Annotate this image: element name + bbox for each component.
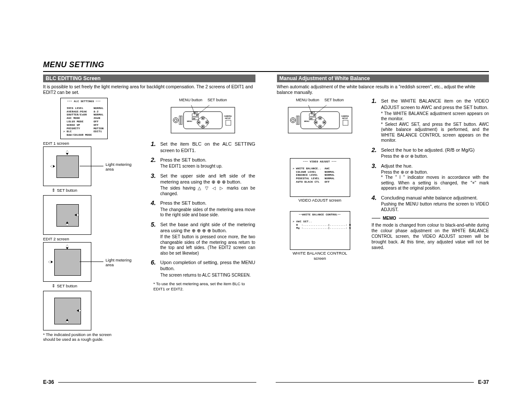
page-title: MENU SETTING — [43, 60, 489, 69]
light-metering-callout: Light metering area — [106, 162, 136, 171]
right-column: Manual Adjustment of White Balance When … — [277, 75, 489, 342]
svg-text:MENU: MENU — [304, 120, 309, 122]
step-item: Set the WHITE BALANCE item on the VIDEO … — [372, 98, 489, 143]
set-button-indicator-2: ⇕ SET button — [52, 283, 146, 288]
svg-marker-15 — [198, 121, 199, 123]
svg-marker-13 — [202, 117, 204, 119]
step-item: Set the upper side and left side of the … — [151, 173, 255, 197]
svg-line-51 — [314, 105, 327, 115]
wb-control-caption: WHITE BALANCE CONTROL screen — [290, 251, 350, 261]
step-item: Set the item BLC on the ALC SETTING scre… — [151, 141, 255, 153]
light-metering-callout-2: Light metering area — [106, 258, 136, 267]
edit1-label: EDIT 1 screen — [43, 141, 146, 146]
svg-rect-45 — [296, 116, 298, 125]
page-number-right: E-37 — [478, 379, 489, 385]
section-heading-wb: Manual Adjustment of White Balance — [277, 75, 489, 82]
step-item: Press the SET button.The EDIT1 screen is… — [151, 157, 255, 169]
step-item: Adjust the hue.Press the ⊕ or ⊕ button.*… — [372, 163, 489, 191]
intro-text-right: When automatic adjustment of the white b… — [277, 84, 489, 95]
svg-marker-40 — [319, 126, 321, 128]
manual-page: MENU SETTING BLC EDITTING Screen It is p… — [0, 0, 532, 411]
svg-marker-42 — [324, 121, 325, 123]
svg-marker-41 — [315, 121, 317, 123]
right-steps: Set the WHITE BALANCE item on the VIDEO … — [372, 98, 489, 212]
menu-button-label: MENU button — [296, 98, 319, 102]
camera-control-panel-right: SET AW MENU — [288, 103, 352, 137]
left-column: BLC EDITTING Screen It is possible to se… — [43, 75, 255, 342]
step-item: Press the SET button.The changeable side… — [151, 200, 255, 218]
video-adjust-caption: VIDEO ADJUST screen — [290, 198, 350, 202]
svg-point-44 — [292, 119, 294, 121]
step-item: Upon completion of setting, press the ME… — [151, 259, 255, 278]
svg-line-25 — [197, 105, 209, 115]
rough-guide-note: * The indicated position on the screen s… — [43, 332, 121, 342]
wb-control-screen: −−WHITE BALANCE CONTROL−− > AWC SET.. R … — [290, 211, 350, 250]
edit1-diagram-a — [43, 146, 91, 186]
step-item: Concluding manual white balance adjustme… — [372, 195, 489, 212]
edit2-diagram-a — [43, 242, 91, 282]
updown-arrow-icon: ⇕ — [52, 188, 55, 193]
svg-rect-46 — [298, 116, 299, 125]
camera-control-panel: SET AW MENU — [171, 103, 235, 137]
edit2-label: EDIT 2 screen — [43, 237, 146, 241]
page-number-left: E-36 — [43, 379, 54, 385]
alc-settings-screen: −−− ALC SETTINGS −−− IRIS LEVEL NORMAL A… — [60, 98, 108, 139]
svg-text:AW: AW — [193, 118, 196, 120]
title-rule — [43, 71, 489, 72]
svg-marker-39 — [319, 117, 321, 119]
updown-arrow-icon: ⇕ — [52, 283, 55, 288]
svg-rect-19 — [179, 116, 180, 125]
svg-text:SETUP: SETUP — [342, 117, 348, 119]
memo-heading: MEMO — [372, 216, 489, 221]
memo-body: If the mode is changed from colour to bl… — [372, 222, 489, 250]
svg-marker-16 — [206, 121, 208, 123]
svg-point-43 — [290, 118, 296, 123]
svg-point-17 — [173, 118, 178, 123]
step-item: Set the base and right side of the meter… — [151, 221, 255, 256]
step-item: Select the hue to be adjusted. (R/B or M… — [372, 147, 489, 159]
set-button-label: SET button — [324, 98, 344, 102]
svg-text:SETUP: SETUP — [225, 117, 231, 119]
svg-rect-20 — [181, 116, 182, 125]
svg-point-18 — [174, 119, 177, 121]
set-button-label: SET button — [208, 98, 227, 102]
left-steps: Set the item BLC on the ALC SETTING scre… — [151, 141, 255, 278]
svg-rect-49 — [343, 120, 348, 125]
svg-marker-14 — [202, 126, 204, 128]
section-heading-blc: BLC EDITTING Screen — [43, 75, 255, 82]
edit2-diagram-b — [43, 291, 91, 330]
svg-text:MENU: MENU — [187, 120, 192, 122]
svg-text:AW: AW — [310, 118, 313, 120]
intro-text: It is possible to set freely the light m… — [43, 84, 255, 95]
menu-button-label: MENU button — [179, 98, 202, 102]
svg-rect-23 — [226, 120, 231, 125]
video-adjust-screen: −−− VIDEO ADJUST −−− > WHITE BALANCE.. A… — [290, 158, 350, 197]
set-button-indicator-1: ⇕ SET button — [52, 188, 146, 193]
edit1-diagram-b — [43, 195, 91, 235]
post-note: * To use the set metering area, set the … — [153, 281, 255, 291]
